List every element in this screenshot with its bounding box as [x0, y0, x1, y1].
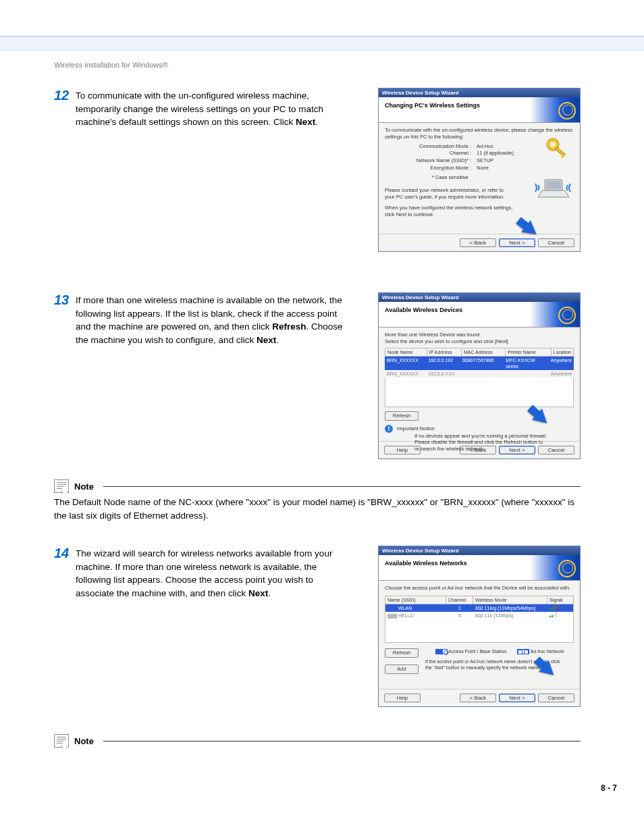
- text: .: [315, 117, 318, 127]
- device-row-selected[interactable]: BRN_XXXXXX 192.0.0.192 008077567890 MFC-…: [385, 357, 574, 370]
- text: To communicate with the un-configured wi…: [76, 90, 323, 127]
- col-mode: Wireless Mode: [473, 596, 547, 604]
- cell: Anywhere: [549, 370, 574, 377]
- bold-refresh: Refresh: [272, 321, 306, 332]
- label: Communication Mode :: [404, 143, 471, 150]
- cell: 192.0.0.XXX: [426, 370, 460, 377]
- access-point-icon: [387, 614, 397, 619]
- intro-text: Select the device you wish to configure …: [385, 338, 574, 345]
- network-row[interactable]: HELLO 6 802.11b (11Mbps): [385, 612, 573, 619]
- dialog-screenshot-13: Wireless Device Setup Wizard Available W…: [378, 292, 581, 459]
- help-button[interactable]: Help: [384, 694, 421, 702]
- signal-icon: [549, 605, 557, 610]
- cell: BRN_XXXXXX: [385, 370, 426, 377]
- dialog-screenshot-12: Wireless Device Setup Wizard Changing PC…: [378, 88, 581, 252]
- page-header-band: [0, 37, 644, 51]
- col-printer-name: Printer Name: [506, 348, 551, 356]
- note-rule: [103, 486, 581, 487]
- next-button[interactable]: Next >: [499, 694, 535, 702]
- cell: 008077567890: [460, 357, 504, 370]
- wireless-logo-icon: [530, 97, 580, 122]
- device-row[interactable]: BRN_XXXXXX 192.0.0.XXX Anywhere: [385, 370, 574, 377]
- cell: [504, 370, 549, 377]
- step-12: 12 To communicate with the un-configured…: [54, 88, 581, 252]
- cell: HELLO: [398, 613, 414, 618]
- wireless-logo-icon: [530, 302, 580, 327]
- col-location: Location: [552, 348, 573, 356]
- cell: 6: [446, 613, 473, 619]
- cell: Anywhere: [549, 357, 574, 370]
- device-list-body: [385, 377, 574, 407]
- signal-icon: [549, 613, 557, 617]
- step-text: To communicate with the un-configured wi…: [76, 88, 346, 129]
- laptop-wireless-icon: [533, 177, 573, 201]
- page-number: 8 - 7: [601, 783, 617, 793]
- col-ssid: Name (SSID): [385, 596, 446, 604]
- svg-point-1: [550, 142, 556, 147]
- key-icon: [543, 135, 570, 162]
- next-button[interactable]: Next >: [499, 238, 535, 247]
- cell: WLAN: [398, 606, 412, 610]
- text: .: [276, 335, 279, 345]
- intro-text: Choose the access point or Ad-hoc networ…: [385, 585, 574, 592]
- value: None: [477, 165, 574, 172]
- access-point-legend-icon: [435, 649, 448, 654]
- dialog-screenshot-14: Wireless Device Setup Wizard Available W…: [378, 546, 581, 707]
- step-number: 13: [54, 292, 76, 307]
- back-button[interactable]: < Back: [460, 694, 496, 702]
- bold-next: Next: [296, 117, 315, 127]
- label: Network Name (SSID)* :: [404, 157, 471, 164]
- svg-marker-6: [538, 190, 569, 197]
- col-ip-address: IP Address: [427, 348, 462, 356]
- note-rule: [103, 741, 581, 741]
- cell: MFC-XXXCW series: [504, 357, 549, 370]
- network-row-selected[interactable]: WLAN 1 802.11b/g (11Mbps/54Mbps): [385, 604, 573, 612]
- page-top-margin: [0, 0, 644, 37]
- wireless-logo-icon: [530, 555, 580, 580]
- cell: 802.11b/g (11Mbps/54Mbps): [473, 605, 547, 611]
- col-mac-address: MAC Address: [462, 348, 506, 356]
- network-list-header: Name (SSID) Channel Wireless Mode Signal: [385, 596, 574, 604]
- refresh-button[interactable]: Refresh: [385, 411, 419, 421]
- important-label: Important Notice:: [397, 425, 435, 432]
- note-title: Note: [74, 736, 94, 746]
- window-title: Wireless Device Setup Wizard: [379, 88, 580, 97]
- firewall-notice: If no devices appear and you're running …: [414, 433, 549, 452]
- text: The wizard will search for wireless netw…: [76, 548, 332, 598]
- step-number: 14: [54, 546, 76, 561]
- note-icon: [54, 479, 69, 493]
- cell: BRN_XXXXXX: [385, 357, 426, 370]
- add-button[interactable]: Add: [385, 664, 419, 674]
- label: Channel :: [404, 150, 471, 157]
- contact-text: Please contact your network administrato…: [385, 187, 513, 201]
- step-13: 13 If more than one wireless machine is …: [54, 292, 581, 459]
- window-title: Wireless Device Setup Wizard: [379, 546, 580, 555]
- step-text: The wizard will search for wireless netw…: [76, 546, 346, 600]
- cell: 802.11b (11Mbps): [473, 613, 547, 619]
- bold-next: Next: [257, 335, 276, 345]
- cell: 192.0.0.192: [426, 357, 460, 370]
- cell: 1: [446, 605, 473, 611]
- note-block: Note: [54, 734, 581, 748]
- cancel-button[interactable]: Cancel: [538, 238, 574, 247]
- note-title: Note: [74, 481, 94, 492]
- cancel-button[interactable]: Cancel: [538, 694, 574, 702]
- col-signal: Signal: [547, 596, 573, 604]
- intro-text: More than one Wireless Device was found.: [385, 332, 574, 338]
- note-icon: [54, 734, 69, 748]
- refresh-button[interactable]: Refresh: [385, 648, 419, 658]
- step-text: If more than one wireless machine is ava…: [76, 292, 346, 346]
- window-title: Wireless Device Setup Wizard: [379, 293, 580, 302]
- col-node-name: Node Name: [385, 348, 427, 356]
- continue-text: When you have configured the wireless ne…: [385, 205, 520, 218]
- step-number: 12: [54, 88, 76, 103]
- device-list-header: Node Name IP Address MAC Address Printer…: [385, 348, 574, 357]
- label: Encryption Mode :: [404, 165, 471, 172]
- access-point-icon: [387, 606, 397, 611]
- back-button[interactable]: < Back: [460, 238, 496, 247]
- note-block: Note The Default Node name of the NC-xxx…: [54, 479, 581, 522]
- legend-ap-label: Access Point / Base Station: [448, 649, 506, 654]
- bold-next: Next: [248, 588, 268, 598]
- breadcrumb: Wireless installation for Windows®: [54, 61, 168, 69]
- adhoc-legend-icon: [517, 649, 529, 654]
